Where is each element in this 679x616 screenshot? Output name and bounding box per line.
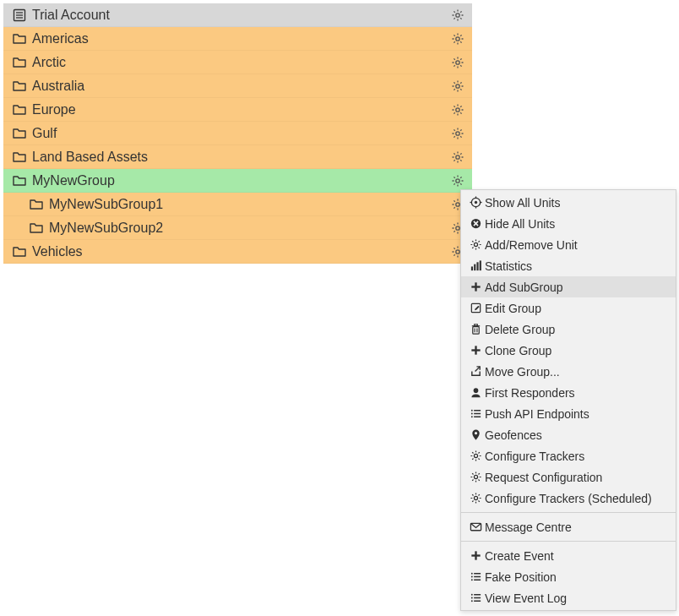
menu-item[interactable]: Fake Position xyxy=(461,566,676,587)
menu-item-label: Add/Remove Unit xyxy=(485,238,667,252)
menu-item-label: Configure Trackers (Scheduled) xyxy=(485,492,667,505)
menu-item[interactable]: Statistics xyxy=(461,255,676,276)
gear-icon xyxy=(466,492,485,504)
tree-row-label: Australia xyxy=(32,79,450,94)
plus-icon xyxy=(466,549,485,562)
menu-item-label: Delete Group xyxy=(485,323,667,336)
tree-row-label: MyNewGroup xyxy=(32,173,450,188)
tree-row[interactable]: MyNewSubGroup2 xyxy=(3,216,472,240)
tree-row[interactable]: MyNewGroup xyxy=(3,169,472,193)
folder-icon xyxy=(12,102,27,117)
gear-icon[interactable] xyxy=(450,102,465,117)
tree-row[interactable]: Europe xyxy=(3,98,472,122)
tree-row-label: Europe xyxy=(32,102,450,117)
tree-row[interactable]: Australia xyxy=(3,74,472,98)
menu-item-label: View Event Log xyxy=(485,591,667,605)
menu-item-label: Push API Endpoints xyxy=(485,407,667,421)
tree-row[interactable]: Americas xyxy=(3,27,472,51)
menu-item[interactable]: Add/Remove Unit xyxy=(461,234,676,255)
folder-icon xyxy=(12,173,27,188)
tree-root-row[interactable]: Trial Account xyxy=(3,3,472,27)
folder-icon xyxy=(12,244,27,259)
gear-icon xyxy=(466,238,485,251)
menu-item-label: Request Configuration xyxy=(485,471,667,484)
folder-icon xyxy=(12,150,27,165)
menu-icon xyxy=(466,570,485,583)
menu-icon xyxy=(466,407,485,420)
tree-row[interactable]: Arctic xyxy=(3,51,472,74)
menu-item[interactable]: Add SubGroup xyxy=(461,276,676,297)
menu-item-label: Edit Group xyxy=(485,302,667,315)
gear-icon[interactable] xyxy=(450,173,465,188)
plus-icon xyxy=(466,281,485,293)
gear-icon[interactable] xyxy=(450,79,465,94)
menu-item[interactable]: Request Configuration xyxy=(461,466,676,488)
menu-item[interactable]: Delete Group xyxy=(461,319,676,340)
menu-item-label: Message Centre xyxy=(485,521,667,534)
folder-icon xyxy=(12,55,27,70)
menu-item[interactable]: Hide All Units xyxy=(461,213,676,234)
gear-icon[interactable] xyxy=(450,55,465,70)
menu-item-label: Geofences xyxy=(485,428,667,442)
plus-icon xyxy=(466,344,485,357)
menu-item[interactable]: Geofences xyxy=(461,424,676,445)
menu-item[interactable]: Show All Units xyxy=(461,192,676,213)
folder-icon xyxy=(12,126,27,141)
menu-item-label: Statistics xyxy=(485,259,667,273)
tree-row-label: MyNewSubGroup2 xyxy=(49,221,450,236)
menu-item-label: Clone Group xyxy=(485,344,667,357)
menu-separator xyxy=(461,512,676,513)
menu-item[interactable]: Move Group... xyxy=(461,361,676,382)
menu-item-label: Configure Trackers xyxy=(485,450,667,463)
tree-row-label: Arctic xyxy=(32,55,450,70)
menu-item[interactable]: Message Centre xyxy=(461,516,676,537)
menu-item[interactable]: Configure Trackers xyxy=(461,445,676,466)
tree-root-label: Trial Account xyxy=(32,8,450,23)
menu-item-label: Create Event xyxy=(485,549,667,563)
person-icon xyxy=(466,386,485,399)
trash-icon xyxy=(466,323,485,335)
tree-row[interactable]: Land Based Assets xyxy=(3,145,472,169)
tree-row-label: Vehicles xyxy=(32,244,450,259)
menu-item[interactable]: Clone Group xyxy=(461,340,676,361)
folder-icon xyxy=(12,79,27,94)
menu-item[interactable]: Edit Group xyxy=(461,297,676,319)
edit-icon xyxy=(466,302,485,314)
menu-item[interactable]: Create Event xyxy=(461,545,676,566)
tree-row-label: Land Based Assets xyxy=(32,150,450,165)
pin-icon xyxy=(466,428,485,441)
menu-icon xyxy=(466,591,485,604)
gear-icon[interactable] xyxy=(450,31,465,46)
gear-icon xyxy=(466,450,485,462)
gear-icon[interactable] xyxy=(450,126,465,141)
tree-row-label: Americas xyxy=(32,31,450,46)
menu-separator xyxy=(461,541,676,542)
tree-row-label: MyNewSubGroup1 xyxy=(49,197,450,212)
gear-icon[interactable] xyxy=(450,150,465,165)
group-context-menu: Show All UnitsHide All UnitsAdd/Remove U… xyxy=(460,189,676,611)
group-tree: Trial Account AmericasArcticAustraliaEur… xyxy=(3,3,472,264)
share-icon xyxy=(466,365,485,378)
folder-icon xyxy=(12,31,27,46)
menu-item[interactable]: View Event Log xyxy=(461,587,676,608)
menu-item[interactable]: First Responders xyxy=(461,382,676,403)
list-icon xyxy=(12,8,27,23)
bars-icon xyxy=(466,259,485,272)
menu-item[interactable]: Configure Trackers (Scheduled) xyxy=(461,488,676,509)
tree-row[interactable]: Vehicles xyxy=(3,240,472,264)
menu-item[interactable]: Push API Endpoints xyxy=(461,403,676,424)
mail-icon xyxy=(466,521,485,533)
tree-row-label: Gulf xyxy=(32,126,450,141)
tree-row[interactable]: Gulf xyxy=(3,122,472,145)
menu-item-label: Add SubGroup xyxy=(485,281,667,294)
folder-icon xyxy=(29,221,44,236)
tree-row[interactable]: MyNewSubGroup1 xyxy=(3,193,472,216)
menu-item-label: Hide All Units xyxy=(485,217,667,231)
menu-item-label: First Responders xyxy=(485,386,667,400)
close-circle-icon xyxy=(466,217,485,230)
menu-item-label: Fake Position xyxy=(485,570,667,584)
gear-icon[interactable] xyxy=(450,8,465,23)
menu-item-label: Move Group... xyxy=(485,365,667,379)
menu-item-label: Show All Units xyxy=(485,196,667,210)
folder-icon xyxy=(29,197,44,212)
